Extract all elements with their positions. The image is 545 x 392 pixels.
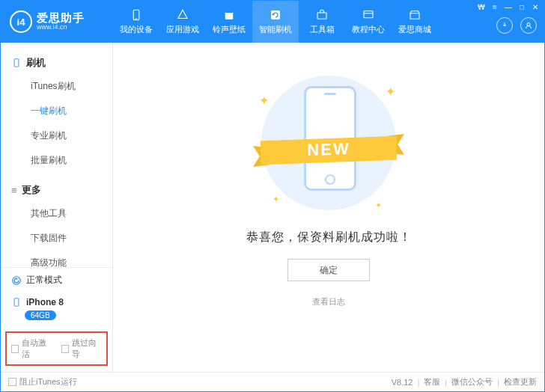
menu-button[interactable]: ≡ (490, 3, 499, 12)
brand-logo: i4 (10, 10, 32, 33)
storage-badge: 64GB (25, 310, 56, 320)
version-label: V8.12 (392, 378, 413, 387)
device-icon (130, 8, 143, 22)
mode-label: 正常模式 (26, 274, 62, 287)
tutorial-icon (362, 8, 375, 22)
success-message: 恭喜您，保资料刷机成功啦！ (246, 230, 412, 245)
nav-tutorial[interactable]: 教程中心 (345, 1, 392, 43)
svg-rect-4 (271, 10, 280, 19)
nav-store[interactable]: 爱思商城 (392, 1, 438, 43)
sidebar-item-itunes-flash[interactable]: iTunes刷机 (1, 74, 112, 99)
minimize-button[interactable]: — (504, 3, 513, 12)
device-info[interactable]: iPhone 8 64GB (1, 293, 112, 328)
checkbox-auto-activate[interactable]: 自动激活 (11, 337, 52, 360)
nav-label: 工具箱 (310, 24, 335, 35)
nav-label: 我的设备 (120, 24, 153, 35)
check-update-link[interactable]: 检查更新 (504, 376, 537, 388)
brand-subtitle: www.i4.cn (37, 24, 85, 31)
sidebar: 刷机 iTunes刷机 一键刷机 专业刷机 批量刷机 更多 其他工具 下载固件 … (1, 43, 113, 372)
ringtone-icon (222, 8, 236, 22)
status-bar: 阻止iTunes运行 V8.12 | 客服 | 微信公众号 | 检查更新 (1, 372, 544, 391)
success-illustration: ✦ ✦ ✦ ✦ NEW (250, 68, 407, 218)
options-button[interactable]: ₩ (477, 3, 486, 12)
sidebar-item-oneclick-flash[interactable]: 一键刷机 (1, 99, 112, 123)
sidebar-item-batch-flash[interactable]: 批量刷机 (1, 148, 112, 173)
sidebar-group-flash[interactable]: 刷机 (1, 52, 112, 74)
highlighted-options: 自动激活 跳过向导 (5, 331, 108, 366)
mode-normal[interactable]: 正常模式 (1, 268, 112, 293)
ok-button[interactable]: 确定 (287, 259, 370, 281)
wechat-link[interactable]: 微信公众号 (451, 376, 493, 388)
checkbox-label: 自动激活 (22, 337, 52, 360)
nav-label: 应用游戏 (166, 24, 199, 35)
download-button[interactable] (496, 17, 513, 34)
nav-label: 爱思商城 (398, 24, 431, 35)
nav-label: 铃声壁纸 (213, 24, 246, 35)
svg-rect-6 (364, 11, 373, 18)
svg-rect-3 (225, 10, 234, 13)
close-button[interactable]: ✕ (531, 3, 540, 12)
nav-apps[interactable]: 应用游戏 (159, 1, 206, 43)
sidebar-group-title: 刷机 (26, 56, 46, 70)
nav-label: 智能刷机 (259, 24, 292, 35)
account-button[interactable] (520, 17, 537, 34)
sidebar-group-more[interactable]: 更多 (1, 179, 112, 201)
store-icon (408, 8, 421, 22)
nav-flash[interactable]: 智能刷机 (252, 1, 299, 43)
nav-ringtone[interactable]: 铃声壁纸 (206, 1, 252, 43)
apps-icon (176, 8, 189, 22)
svg-rect-5 (317, 13, 326, 19)
svg-point-8 (527, 23, 530, 26)
svg-rect-9 (14, 59, 19, 67)
support-link[interactable]: 客服 (424, 376, 440, 388)
top-nav: 我的设备 应用游戏 铃声壁纸 智能刷机 工具箱 教程中心 (113, 1, 438, 43)
sidebar-item-advanced[interactable]: 高级功能 (1, 251, 112, 267)
checkbox-label: 跳过向导 (72, 337, 102, 360)
checkbox-skip-guide[interactable]: 跳过向导 (61, 337, 103, 360)
sidebar-group-title: 更多 (22, 183, 41, 197)
svg-point-10 (13, 276, 21, 284)
ribbon: NEW (250, 132, 407, 168)
flash-icon (269, 8, 282, 22)
nav-label: 教程中心 (352, 24, 385, 35)
app-header: i4 爱思助手 www.i4.cn 我的设备 应用游戏 铃声壁纸 智能刷机 (1, 1, 544, 43)
nav-toolbox[interactable]: 工具箱 (299, 1, 345, 43)
maximize-button[interactable]: □ (517, 3, 526, 12)
svg-rect-11 (14, 298, 19, 307)
main-content: ✦ ✦ ✦ ✦ NEW 恭喜您，保资料刷机成功啦！ 确定 查看日志 (113, 43, 544, 372)
sidebar-item-download-fw[interactable]: 下载固件 (1, 226, 112, 251)
view-log-link[interactable]: 查看日志 (312, 296, 345, 307)
toolbox-icon (315, 8, 329, 22)
nav-device[interactable]: 我的设备 (113, 1, 159, 43)
brand-title: 爱思助手 (37, 12, 85, 25)
checkbox-block-itunes[interactable]: 阻止iTunes运行 (8, 376, 77, 388)
device-name: iPhone 8 (26, 297, 64, 307)
sidebar-item-pro-flash[interactable]: 专业刷机 (1, 123, 112, 148)
sidebar-item-other-tools[interactable]: 其他工具 (1, 201, 112, 226)
checkbox-label: 阻止iTunes运行 (19, 376, 77, 388)
brand: i4 爱思助手 www.i4.cn (1, 10, 113, 33)
